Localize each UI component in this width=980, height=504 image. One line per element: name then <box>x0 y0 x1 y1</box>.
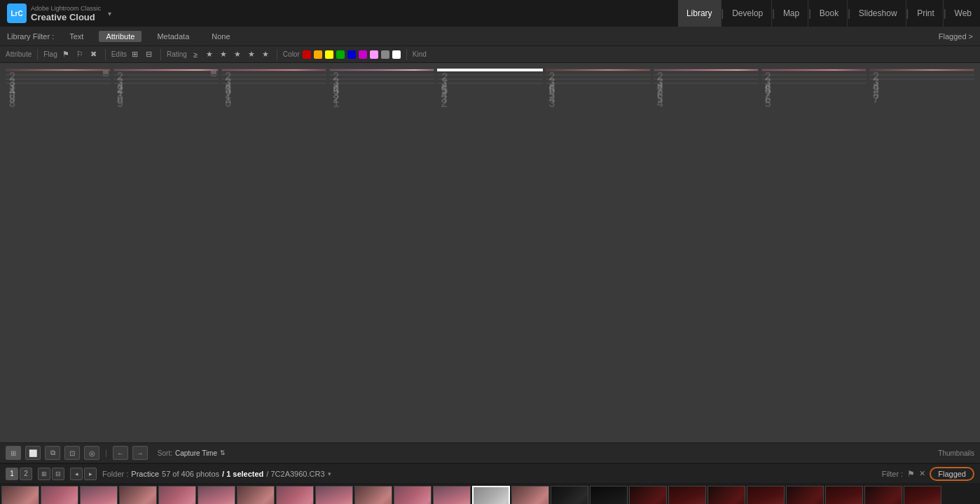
sort-direction-icon[interactable]: ⇅ <box>220 449 226 456</box>
photo-cell-40[interactable]: 40 <box>113 78 219 80</box>
survey-view-btn[interactable]: ⊡ <box>64 446 80 460</box>
filmstrip-cell[interactable] <box>668 486 706 504</box>
color-yellow[interactable] <box>325 50 333 59</box>
filmstrip-cell[interactable] <box>80 486 118 504</box>
next-photo-btn[interactable]: → <box>132 446 148 460</box>
photo-cell-49[interactable]: 49 <box>113 83 219 84</box>
rating-gte-icon[interactable]: ≥ <box>190 49 201 60</box>
nav-book[interactable]: Book <box>811 0 848 27</box>
photo-cell-35[interactable]: 35 <box>546 74 651 76</box>
star-5[interactable]: ★ <box>260 49 271 60</box>
filmstrip-cell[interactable] <box>198 486 235 504</box>
compare-view-btn[interactable]: ⧉ <box>45 446 60 460</box>
filmstrip-cell[interactable] <box>747 486 785 504</box>
photo-cell-48[interactable]: 48 <box>6 83 111 84</box>
camera-btn[interactable]: ◎ <box>84 446 99 460</box>
photo-cell-31[interactable]: 31 <box>113 74 219 76</box>
photo-cell-30[interactable]: 30 <box>6 74 111 76</box>
photo-cell-26[interactable]: 26 <box>546 69 651 71</box>
nav-library[interactable]: Library <box>678 0 722 27</box>
app-dropdown-icon[interactable]: ▾ <box>108 10 111 18</box>
color-green[interactable] <box>336 50 345 59</box>
nav-print[interactable]: Print <box>909 0 944 27</box>
color-pink[interactable] <box>370 50 378 59</box>
filmstrip-cell[interactable] <box>315 486 353 504</box>
star-1[interactable]: ★ <box>204 49 215 60</box>
flag-white-icon[interactable]: ⚑ <box>60 49 71 60</box>
star-2[interactable]: ★ <box>218 49 229 60</box>
filmstrip-cell[interactable] <box>825 486 863 504</box>
photo-cell-47[interactable]: 47 <box>869 78 974 80</box>
sort-value[interactable]: Capture Time <box>175 449 217 457</box>
nav-develop[interactable]: Develop <box>724 0 772 27</box>
photo-cell-25-selected[interactable]: 25 <box>437 69 542 71</box>
star-4[interactable]: ★ <box>246 49 257 60</box>
filter-tab-text[interactable]: Text <box>62 31 90 42</box>
loupe-view-btn[interactable]: ⬜ <box>25 446 41 460</box>
filmstrip-cell[interactable] <box>551 486 588 504</box>
photo-cell-45[interactable]: 45 <box>654 78 759 80</box>
filmstrip-cell[interactable] <box>394 486 432 504</box>
filmstrip-cell[interactable] <box>708 486 745 504</box>
filmstrip-cell[interactable] <box>629 486 667 504</box>
file-name-dropdown[interactable]: ▾ <box>328 470 331 477</box>
photo-cell-44[interactable]: 44 <box>546 78 651 80</box>
photo-cell-28[interactable]: 28 <box>761 69 867 71</box>
photo-cell-23[interactable]: 23 <box>221 69 326 71</box>
flag-rejected-icon[interactable]: ✖ <box>88 49 99 60</box>
filmstrip-cell[interactable] <box>354 486 392 504</box>
photo-cell-54[interactable]: 54 <box>654 83 759 84</box>
filmstrip-cell[interactable] <box>786 486 824 504</box>
photo-cell-33[interactable]: 33 <box>329 74 434 76</box>
grid-btn-1[interactable]: ⊞ <box>38 468 50 480</box>
filter-tab-metadata[interactable]: Metadata <box>150 31 196 42</box>
filmstrip-cell[interactable] <box>237 486 275 504</box>
filmstrip-cell[interactable] <box>864 486 902 504</box>
flag-neutral-icon[interactable]: ⚐ <box>74 49 85 60</box>
filmstrip-cell[interactable] <box>119 486 157 504</box>
color-purple[interactable] <box>359 50 367 59</box>
photo-cell-53[interactable]: 53 <box>546 83 651 84</box>
filter-tab-attribute[interactable]: Attribute <box>99 31 142 42</box>
photo-cell-34[interactable]: 34 <box>437 74 542 76</box>
photo-cell-43[interactable]: 43 <box>437 78 542 80</box>
color-white[interactable] <box>392 50 401 59</box>
nav-forward-btn[interactable]: ▸ <box>84 468 97 480</box>
photo-cell-36[interactable]: 36 <box>654 74 759 76</box>
photo-cell-24[interactable]: 24 <box>329 69 434 71</box>
photo-cell-41[interactable]: 41 <box>221 78 326 80</box>
filmstrip-cell[interactable] <box>41 486 78 504</box>
prev-photo-btn[interactable]: ← <box>113 446 128 460</box>
nav-slideshow[interactable]: Slideshow <box>850 0 906 27</box>
photo-cell-55[interactable]: 55 <box>761 83 867 84</box>
filter-x-icon[interactable]: ✕ <box>919 469 925 478</box>
photo-cell-32[interactable]: 32 <box>221 74 326 76</box>
photo-cell-38[interactable]: 38 <box>869 74 974 76</box>
photo-cell-37[interactable]: 37 <box>761 74 867 76</box>
grid-view-btn[interactable]: ⊞ <box>6 446 21 460</box>
nav-map[interactable]: Map <box>775 0 808 27</box>
photo-cell-42[interactable]: 42 <box>329 78 434 80</box>
photo-cell-22[interactable]: 22 <box>113 69 219 71</box>
page-2-btn[interactable]: 2 <box>20 468 32 480</box>
color-red[interactable] <box>303 50 311 59</box>
photo-cell-46[interactable]: 46 <box>761 78 867 80</box>
photo-cell-39[interactable]: 39 <box>6 78 111 80</box>
edits-icon-1[interactable]: ⊞ <box>130 49 141 60</box>
filmstrip-cell[interactable] <box>1 486 39 504</box>
page-1-btn[interactable]: 1 <box>6 468 18 480</box>
star-3[interactable]: ★ <box>232 49 243 60</box>
photo-cell-50[interactable]: 50 <box>221 83 326 84</box>
photo-cell-52[interactable]: 52 <box>437 83 542 84</box>
nav-back-btn[interactable]: ◂ <box>70 468 83 480</box>
nav-web[interactable]: Web <box>946 0 980 27</box>
filmstrip-cell-selected[interactable] <box>472 486 510 504</box>
photo-cell-51[interactable]: 51 <box>329 83 434 84</box>
filmstrip-cell[interactable] <box>158 486 196 504</box>
filmstrip-cell[interactable] <box>904 486 941 504</box>
filter-tab-none[interactable]: None <box>205 31 237 42</box>
filmstrip-cell[interactable] <box>511 486 549 504</box>
color-blue[interactable] <box>347 50 356 59</box>
flagged-filter-button[interactable]: Flagged <box>930 467 974 481</box>
photo-cell-29[interactable]: 29 <box>869 69 974 71</box>
